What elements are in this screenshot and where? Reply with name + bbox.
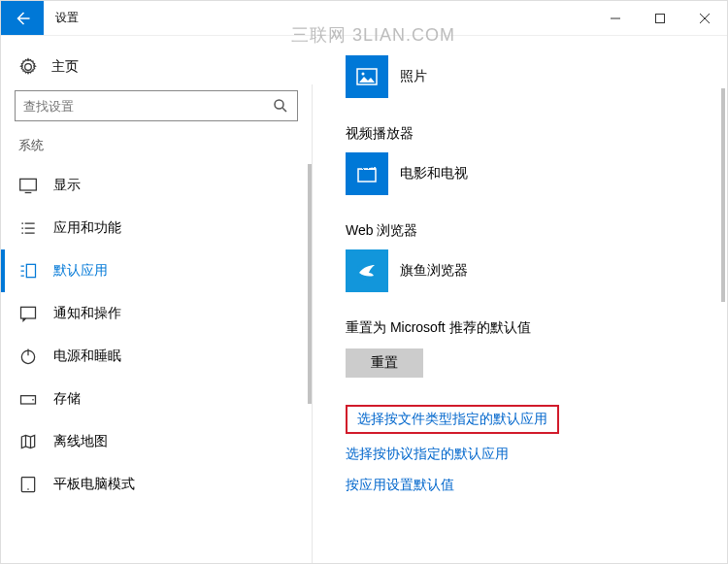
sidebar-item-label: 显示	[53, 177, 81, 194]
link-by-app[interactable]: 按应用设置默认值	[346, 477, 698, 494]
search-input[interactable]	[15, 90, 298, 121]
sidebar-item-display[interactable]: 显示	[1, 164, 312, 207]
sidebar-scrollbar[interactable]	[308, 164, 312, 404]
svg-rect-3	[26, 264, 35, 277]
map-icon	[18, 432, 38, 451]
svg-rect-4	[21, 307, 36, 318]
reset-section: 重置为 Microsoft 推荐的默认值 重置	[346, 319, 698, 378]
movies-tile	[346, 152, 388, 195]
minimize-icon	[611, 14, 620, 23]
default-app-group-browser: Web 浏览器 旗鱼浏览器	[346, 222, 698, 292]
default-apps-icon	[18, 261, 38, 281]
sidebar-section-label: 系统	[1, 137, 312, 164]
back-button[interactable]	[1, 1, 44, 35]
sidebar-item-notifications[interactable]: 通知和操作	[1, 292, 312, 335]
default-app-group-video: 视频播放器 电影和电视	[346, 125, 698, 195]
browser-tile	[346, 249, 388, 292]
link-by-filetype[interactable]: 选择按文件类型指定的默认应用	[346, 405, 559, 434]
sidebar-home[interactable]: 主页	[1, 51, 312, 90]
titlebar: 设置	[1, 1, 727, 36]
photos-icon	[355, 65, 379, 88]
list-icon	[18, 218, 38, 238]
gear-icon	[18, 57, 38, 77]
close-icon	[700, 14, 710, 23]
link-by-protocol[interactable]: 选择按协议指定的默认应用	[346, 446, 698, 463]
display-icon	[18, 176, 38, 195]
search-icon	[272, 97, 289, 115]
maximize-button[interactable]	[638, 1, 682, 35]
close-button[interactable]	[682, 1, 727, 35]
content-scrollbar[interactable]	[721, 88, 725, 302]
maximize-icon	[655, 14, 665, 23]
sidebar-item-label: 应用和功能	[53, 219, 121, 237]
tablet-icon	[18, 475, 38, 494]
app-row[interactable]: 旗鱼浏览器	[346, 249, 698, 292]
group-title: 视频播放器	[346, 125, 698, 143]
sidebar-home-label: 主页	[51, 58, 79, 76]
photos-tile	[346, 55, 388, 98]
svg-rect-12	[358, 169, 376, 182]
sidebar-nav: 显示 应用和功能 默认应用 通知和操作 电源和睡眠	[1, 164, 312, 563]
minimize-button[interactable]	[593, 1, 638, 35]
window-title: 设置	[44, 1, 90, 35]
sidebar-item-storage[interactable]: 存储	[1, 378, 312, 420]
arrow-left-icon	[14, 10, 31, 27]
sidebar-item-label: 平板电脑模式	[53, 476, 135, 493]
sidebar-item-label: 通知和操作	[53, 305, 121, 322]
group-title: Web 浏览器	[346, 222, 698, 240]
svg-point-1	[275, 100, 283, 109]
reset-heading: 重置为 Microsoft 推荐的默认值	[346, 319, 698, 337]
notification-icon	[18, 304, 38, 323]
app-row[interactable]: 照片	[346, 55, 698, 98]
sidebar-item-label: 离线地图	[53, 433, 108, 450]
reset-button[interactable]: 重置	[346, 348, 423, 378]
search-field[interactable]	[23, 99, 272, 114]
sidebar-item-maps[interactable]: 离线地图	[1, 420, 312, 463]
sidebar-item-label: 存储	[53, 390, 81, 408]
links-section: 选择按文件类型指定的默认应用 选择按协议指定的默认应用 按应用设置默认值	[346, 405, 698, 494]
movies-icon	[355, 162, 379, 185]
app-name: 旗鱼浏览器	[400, 262, 468, 280]
app-row[interactable]: 电影和电视	[346, 152, 698, 195]
svg-point-11	[362, 73, 365, 76]
svg-point-7	[32, 399, 34, 401]
storage-icon	[18, 389, 38, 409]
sidebar-item-default-apps[interactable]: 默认应用	[1, 249, 312, 292]
svg-rect-0	[656, 14, 665, 22]
svg-point-9	[27, 488, 29, 490]
sidebar: 主页 系统 显示 应用和功能	[1, 36, 312, 563]
sidebar-item-label: 默认应用	[53, 262, 108, 280]
content-pane: 照片 视频播放器 电影和电视 Web 浏览器 旗鱼浏览器	[313, 36, 727, 563]
app-name: 照片	[400, 68, 427, 85]
svg-rect-2	[20, 179, 37, 190]
app-name: 电影和电视	[400, 165, 468, 182]
sidebar-item-tablet[interactable]: 平板电脑模式	[1, 463, 312, 506]
sidebar-item-label: 电源和睡眠	[53, 348, 121, 365]
power-icon	[18, 347, 38, 366]
default-app-group-photos: 照片	[346, 55, 698, 98]
sidebar-item-apps[interactable]: 应用和功能	[1, 207, 312, 249]
sidebar-item-power[interactable]: 电源和睡眠	[1, 335, 312, 378]
swordfish-icon	[355, 259, 379, 282]
